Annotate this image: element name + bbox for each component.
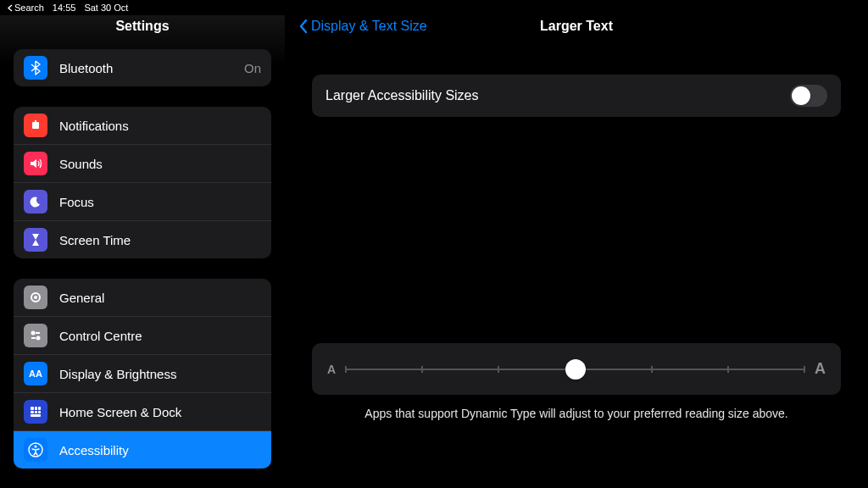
svg-point-16: [35, 446, 37, 448]
detail-content: Larger Accessibility Sizes A: [285, 49, 868, 488]
sidebar-item-label: Screen Time: [59, 233, 261, 247]
status-time: 14:55: [53, 3, 76, 13]
moon-icon: [24, 190, 47, 214]
slider-min-label: A: [327, 363, 336, 376]
svg-rect-9: [35, 407, 37, 410]
svg-rect-7: [31, 337, 36, 339]
sidebar-item-focus[interactable]: Focus: [14, 183, 271, 221]
svg-point-5: [36, 336, 41, 341]
larger-sizes-toggle[interactable]: [790, 85, 827, 107]
back-to-app[interactable]: Search: [7, 3, 44, 13]
status-date: Sat 30 Oct: [84, 3, 128, 13]
sidebar-item-value: On: [244, 61, 261, 75]
text-size-slider-card: A A: [312, 343, 841, 395]
svg-rect-0: [32, 122, 39, 129]
sidebar-item-label: Home Screen & Dock: [59, 405, 261, 419]
detail-pane: Display & Text Size Larger Text Larger A…: [285, 15, 868, 488]
gear-icon: [24, 286, 47, 309]
slider-caption: Apps that support Dynamic Type will adju…: [312, 407, 841, 420]
status-bar: Search 14:55 Sat 30 Oct: [0, 0, 868, 15]
slider-max-label: A: [815, 360, 826, 378]
svg-rect-12: [35, 411, 37, 413]
sidebar-item-bluetooth[interactable]: Bluetooth On: [14, 49, 271, 86]
svg-rect-1: [35, 120, 36, 122]
speaker-icon: [24, 152, 47, 175]
sidebar-item-label: Control Centre: [59, 329, 261, 343]
sidebar-group: General Control Centre AA Display & Brig…: [14, 279, 271, 469]
svg-rect-10: [38, 407, 41, 410]
toggle-label: Larger Accessibility Sizes: [326, 88, 479, 103]
sidebar-item-screen-time[interactable]: Screen Time: [14, 221, 271, 258]
svg-rect-11: [31, 411, 34, 413]
sidebar-item-label: Sounds: [59, 157, 261, 171]
svg-rect-8: [31, 407, 34, 410]
page-title: Larger Text: [540, 19, 613, 34]
sidebar-scroll[interactable]: Bluetooth On Notifications Sounds: [0, 49, 285, 488]
larger-sizes-row: Larger Accessibility Sizes: [312, 75, 841, 117]
svg-rect-6: [36, 332, 40, 334]
sidebar-item-label: Notifications: [59, 119, 261, 133]
switch-knob: [792, 86, 810, 105]
sidebar-item-label: Accessibility: [59, 443, 261, 458]
settings-sidebar: Settings Bluetooth On Notifications: [0, 15, 285, 488]
sidebar-group: Bluetooth On: [14, 49, 271, 86]
sidebar-item-display-brightness[interactable]: AA Display & Brightness: [14, 355, 271, 393]
sidebar-title: Settings: [0, 15, 285, 49]
bluetooth-icon: [24, 56, 47, 80]
sidebar-item-label: General: [59, 291, 261, 305]
bell-icon: [24, 114, 47, 137]
hourglass-icon: [24, 228, 47, 252]
sidebar-item-label: Bluetooth: [59, 61, 244, 75]
sidebar-item-notifications[interactable]: Notifications: [14, 107, 271, 145]
text-size-icon: AA: [24, 362, 47, 385]
sidebar-item-home-screen-dock[interactable]: Home Screen & Dock: [14, 393, 271, 431]
back-button[interactable]: Display & Text Size: [298, 19, 427, 34]
sidebar-item-control-centre[interactable]: Control Centre: [14, 317, 271, 355]
accessibility-icon: [24, 438, 47, 462]
svg-point-3: [34, 296, 37, 299]
sidebar-item-label: Display & Brightness: [59, 367, 261, 381]
chevron-left-icon: [7, 4, 13, 12]
sidebar-item-accessibility[interactable]: Accessibility: [14, 431, 271, 469]
detail-header: Display & Text Size Larger Text: [285, 15, 868, 49]
sidebar-group: Notifications Sounds Focus: [14, 107, 271, 258]
grid-icon: [24, 400, 47, 424]
sidebar-item-sounds[interactable]: Sounds: [14, 145, 271, 183]
svg-rect-14: [31, 414, 41, 417]
sidebar-item-label: Focus: [59, 195, 261, 209]
text-size-slider[interactable]: [346, 369, 804, 370]
sliders-icon: [24, 324, 47, 347]
slider-thumb[interactable]: [565, 359, 586, 380]
chevron-left-icon: [298, 19, 308, 34]
svg-point-4: [31, 331, 36, 336]
text-size-section: A A Apps that support Dynamic Type will …: [312, 343, 841, 420]
svg-rect-13: [38, 411, 41, 413]
sidebar-item-general[interactable]: General: [14, 279, 271, 317]
back-button-label: Display & Text Size: [311, 19, 427, 34]
back-to-app-label: Search: [14, 3, 44, 13]
